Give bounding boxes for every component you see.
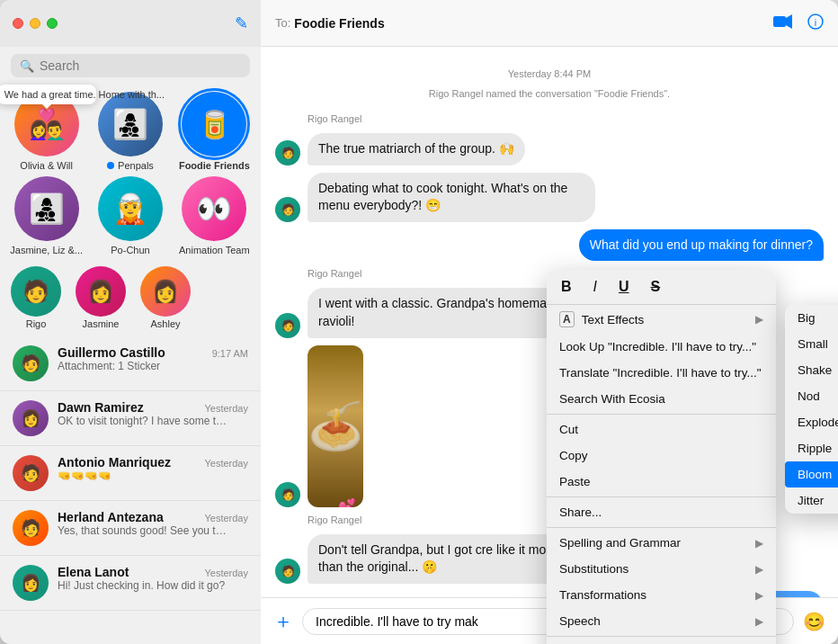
strikethrough-button[interactable]: S xyxy=(647,277,664,297)
traffic-lights xyxy=(13,18,58,29)
underline-button[interactable]: U xyxy=(615,277,633,297)
avatar-circle-po-chun: 🧝 xyxy=(98,176,163,241)
ctx-item-substitutions[interactable]: Substitutions ▶ xyxy=(547,556,776,582)
conv-preview-dawn: OK to visit tonight? I have some things … xyxy=(58,415,228,427)
msg-avatar-rigo-2: 🧑 xyxy=(275,197,300,222)
conv-item-jasmine-mini[interactable]: 👩 Jasmine xyxy=(76,266,126,329)
italic-button[interactable]: I xyxy=(590,277,601,297)
conv-item-elena[interactable]: 👩 Elena Lanot Yesterday Hi! Just checkin… xyxy=(0,556,261,611)
avatar-antonio: 🧑 xyxy=(13,455,49,491)
ctx-item-search-ecosia[interactable]: Search With Ecosia xyxy=(547,386,776,412)
info-button[interactable]: i xyxy=(807,13,824,33)
tooltip-olivia-will: We had a great time. Home with th... xyxy=(0,85,96,104)
ctx-item-cut[interactable]: Cut xyxy=(547,416,776,443)
ctx-item-paste[interactable]: Paste xyxy=(547,469,776,495)
conversation-list: 🧑 Rigo 👩 Jasmine 👩 Ashley xyxy=(0,263,261,644)
conv-time-elena: Yesterday xyxy=(204,568,248,578)
divider-2 xyxy=(547,496,776,497)
maximize-button[interactable] xyxy=(47,18,58,29)
avatar-item-animation-team[interactable]: 👀 Animation Team xyxy=(175,176,254,255)
avatar-item-penpals[interactable]: 👩‍👧‍👦 Penpals xyxy=(91,92,169,171)
search-bar: 🔍 xyxy=(11,54,250,77)
video-call-button[interactable] xyxy=(773,13,793,33)
search-icon: 🔍 xyxy=(20,59,34,73)
text-effects-icon: A xyxy=(559,311,575,327)
conv-header-elena: Elena Lanot Yesterday xyxy=(58,565,248,579)
divider-3 xyxy=(547,527,776,528)
ctx-item-copy[interactable]: Copy xyxy=(547,443,776,469)
submenu-item-ripple[interactable]: Ripple xyxy=(785,435,838,461)
to-label: To: xyxy=(275,16,290,30)
ctx-item-spelling[interactable]: Spelling and Grammar ▶ xyxy=(547,530,776,556)
conv-item-antonio[interactable]: 🧑 Antonio Manriquez Yesterday 🤜🤜🤜🤜 xyxy=(0,446,261,501)
ctx-item-speech[interactable]: Speech ▶ xyxy=(547,608,776,634)
conv-time-herland: Yesterday xyxy=(204,513,248,523)
avatar-ashley-mini: 👩 xyxy=(140,266,191,317)
add-attachment-button[interactable]: ＋ xyxy=(273,608,293,635)
submenu-item-jitter[interactable]: Jitter xyxy=(785,487,838,514)
conv-time-dawn: Yesterday xyxy=(204,403,248,414)
conv-header-herland: Herland Antezana Yesterday xyxy=(58,510,248,524)
divider-1 xyxy=(547,414,776,415)
system-message: Rigo Rangel named the conversation "Food… xyxy=(275,88,824,99)
chevron-right-icon: ▶ xyxy=(755,313,763,326)
conv-header-guillermo: Guillermo Castillo 9:17 AM xyxy=(58,345,248,360)
conv-header-dawn: Dawn Ramirez Yesterday xyxy=(58,400,248,415)
avatar-item-jasmine-liz[interactable]: 👩‍👧‍👦 Jasmine, Liz &... xyxy=(7,176,85,255)
chevron-speech: ▶ xyxy=(755,615,763,628)
sidebar: ✎ 🔍 We had a great time. Home with th...… xyxy=(0,0,261,644)
submenu-item-small[interactable]: Small xyxy=(785,331,838,357)
msg-row-3: What did you end up making for dinner? xyxy=(275,229,824,262)
penpals-label-row: Penpals xyxy=(107,160,154,171)
avatar-label-foodie-friends: Foodie Friends xyxy=(179,160,250,171)
ctx-item-share[interactable]: Share... xyxy=(547,499,776,525)
search-input[interactable] xyxy=(40,58,241,73)
conv-item-dawn[interactable]: 👩 Dawn Ramirez Yesterday OK to visit ton… xyxy=(0,391,261,446)
submenu-item-big[interactable]: Big xyxy=(785,305,838,331)
date-label: Yesterday 8:44 PM xyxy=(275,68,824,79)
avatar-item-foodie-friends[interactable]: 🥫 Foodie Friends xyxy=(175,92,254,171)
ctx-item-autofill[interactable]: AutoFill ▶ xyxy=(547,639,776,644)
ctx-item-transformations[interactable]: Transformations ▶ xyxy=(547,582,776,608)
conv-content-dawn: Dawn Ramirez Yesterday OK to visit tonig… xyxy=(58,400,248,427)
conv-preview-guillermo: Attachment: 1 Sticker xyxy=(58,360,228,372)
ctx-item-text-effects[interactable]: A Text Effects ▶ Big Small Shake Nod Exp… xyxy=(547,305,776,334)
avatar-label-penpals: Penpals xyxy=(118,160,154,171)
avatar-item-po-chun[interactable]: 🧝 Po-Chun xyxy=(91,176,169,255)
ctx-label-translate: Translate "Incredible. I'll have to try.… xyxy=(559,366,762,380)
avatar-rigo-mini: 🧑 xyxy=(11,266,61,317)
chevron-spelling: ▶ xyxy=(755,537,763,550)
avatar-guillermo: 🧑 xyxy=(13,345,49,381)
bold-button[interactable]: B xyxy=(557,277,575,297)
conv-item-herland[interactable]: 🧑 Herland Antezana Yesterday Yes, that s… xyxy=(0,501,261,556)
bubble-3: What did you end up making for dinner? xyxy=(579,229,824,262)
avatar-label-po-chun: Po-Chun xyxy=(111,245,149,255)
svg-text:i: i xyxy=(815,16,816,27)
minimize-button[interactable] xyxy=(30,18,40,29)
main-titlebar: To: Foodie Friends i xyxy=(261,0,838,47)
avatar-circle-penpals: 👩‍👧‍👦 xyxy=(98,92,163,157)
submenu-item-bloom[interactable]: Bloom xyxy=(785,461,838,487)
submenu-item-shake[interactable]: Shake xyxy=(785,357,838,383)
avatar-label-olivia-will: Olivia & Will xyxy=(20,160,73,171)
conv-item-rigo-mini[interactable]: 🧑 Rigo xyxy=(11,266,61,329)
conversation-title: Foodie Friends xyxy=(294,16,773,31)
conv-name-herland: Herland Antezana xyxy=(58,510,164,524)
emoji-button[interactable]: 😊 xyxy=(803,611,825,632)
avatar-label-jasmine-liz: Jasmine, Liz &... xyxy=(10,245,83,255)
ctx-label-look-up: Look Up "Incredible. I'll have to try...… xyxy=(559,340,756,353)
submenu-item-nod[interactable]: Nod xyxy=(785,383,838,409)
avatar-circle-jasmine-liz: 👩‍👧‍👦 xyxy=(14,176,79,241)
ctx-item-translate[interactable]: Translate "Incredible. I'll have to try.… xyxy=(547,360,776,386)
conv-item-guillermo[interactable]: 🧑 Guillermo Castillo 9:17 AM Attachment:… xyxy=(0,336,261,391)
ctx-item-look-up[interactable]: Look Up "Incredible. I'll have to try...… xyxy=(547,334,776,360)
submenu-item-explode[interactable]: Explode xyxy=(785,409,838,435)
conv-item-ashley-mini[interactable]: 👩 Ashley xyxy=(140,266,191,329)
app-window: ✎ 🔍 We had a great time. Home with th...… xyxy=(0,0,838,644)
close-button[interactable] xyxy=(13,18,23,29)
heart-reaction: 💕 xyxy=(338,497,356,507)
divider-4 xyxy=(547,636,776,637)
compose-button[interactable]: ✎ xyxy=(235,13,248,33)
avatar-circle-animation-team: 👀 xyxy=(182,176,246,241)
avatar-item-olivia-will[interactable]: We had a great time. Home with th... 👩‍❤… xyxy=(7,92,85,171)
